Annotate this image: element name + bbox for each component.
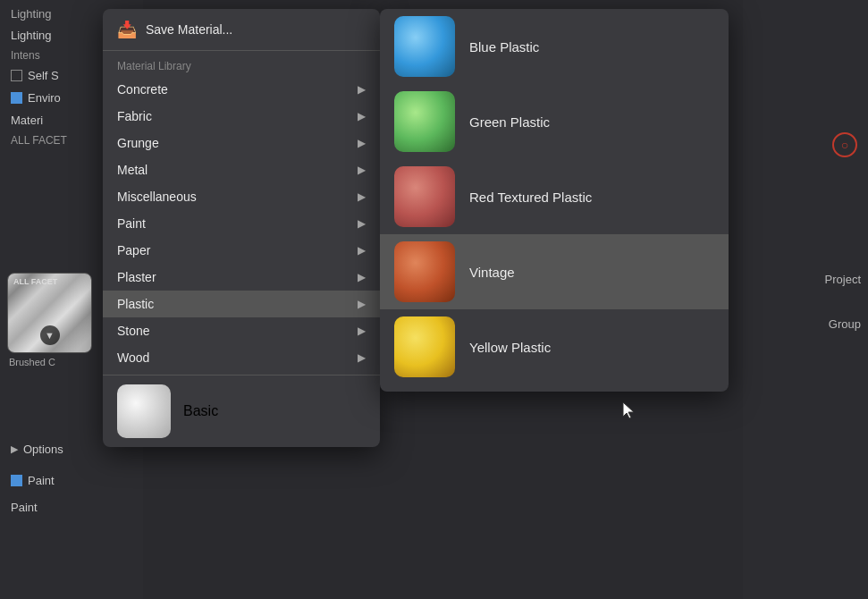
concrete-label: Concrete: [117, 82, 168, 97]
facets-text: ALL FACET: [11, 134, 67, 147]
concrete-arrow: ▶: [358, 83, 366, 96]
paint-arrow: ▶: [358, 217, 366, 230]
brushed-material-swatch[interactable]: ALL FACET ▼: [7, 273, 92, 353]
metal-label: Metal: [117, 163, 147, 177]
swatch-name-label: Brushed C: [9, 357, 105, 367]
material-library-label: Material Library: [103, 51, 380, 76]
paper-arrow: ▶: [358, 244, 366, 257]
plaster-arrow: ▶: [358, 271, 366, 283]
menu-item-fabric[interactable]: Fabric ▶: [103, 103, 380, 130]
paint-menu-label: Paint: [117, 216, 146, 231]
self-shadow-label: Self S: [28, 69, 59, 82]
paint-label: Paint: [28, 474, 55, 487]
plastic-submenu: Blue Plastic Green Plastic Red Textured …: [380, 9, 729, 392]
options-label: Options: [23, 443, 63, 456]
save-material-button[interactable]: 📥 Save Material...: [103, 9, 380, 51]
project-label: Project: [825, 273, 861, 286]
material-library-menu: 📥 Save Material... Material Library Conc…: [103, 9, 380, 447]
menu-item-metal[interactable]: Metal ▶: [103, 156, 380, 183]
wood-arrow: ▶: [358, 351, 366, 364]
fabric-arrow: ▶: [358, 110, 366, 122]
material-swatch-container[interactable]: ALL FACET ▼ Brushed C: [7, 273, 105, 362]
environment-checkbox[interactable]: [11, 92, 22, 104]
intensity-label: Intens: [11, 49, 40, 62]
save-material-label: Save Material...: [146, 22, 232, 37]
submenu-item-blue-plastic[interactable]: Blue Plastic: [380, 9, 729, 84]
all-facets-badge: ALL FACET: [13, 277, 57, 286]
stone-arrow: ▶: [358, 325, 366, 337]
paint-checkbox-row[interactable]: Paint: [0, 469, 65, 492]
menu-item-paper[interactable]: Paper ▶: [103, 237, 380, 264]
grunge-label: Grunge: [117, 136, 159, 150]
stone-label: Stone: [117, 324, 150, 338]
environment-label: Enviro: [28, 91, 61, 105]
yellow-plastic-label: Yellow Plastic: [469, 340, 551, 355]
cursor: [621, 401, 637, 420]
paint-checkbox[interactable]: [11, 475, 22, 486]
save-icon: 📥: [117, 20, 137, 39]
menu-item-concrete[interactable]: Concrete ▶: [103, 76, 380, 103]
wood-label: Wood: [117, 350, 149, 365]
metal-arrow: ▶: [358, 164, 366, 176]
plastic-arrow: ▶: [358, 298, 366, 310]
misc-arrow: ▶: [358, 190, 366, 203]
plaster-label: Plaster: [117, 270, 156, 284]
basic-swatch: [117, 384, 171, 438]
submenu-item-red-plastic[interactable]: Red Textured Plastic: [380, 159, 729, 234]
misc-label: Miscellaneous: [117, 190, 197, 204]
vintage-label: Vintage: [469, 265, 515, 280]
search-icon[interactable]: ○: [832, 132, 857, 157]
paper-label: Paper: [117, 243, 150, 257]
fabric-label: Fabric: [117, 109, 152, 123]
basic-item[interactable]: Basic: [103, 375, 380, 447]
options-triangle[interactable]: ▶: [11, 443, 18, 455]
material-label: Materi: [11, 114, 43, 127]
group-label: Group: [829, 317, 861, 331]
menu-item-stone[interactable]: Stone ▶: [103, 317, 380, 344]
vintage-swatch: [394, 241, 455, 302]
menu-item-paint[interactable]: Paint ▶: [103, 210, 380, 237]
menu-item-miscellaneous[interactable]: Miscellaneous ▶: [103, 183, 380, 210]
menu-item-plaster[interactable]: Plaster ▶: [103, 264, 380, 291]
menu-item-wood[interactable]: Wood ▶: [103, 344, 380, 371]
green-plastic-label: Green Plastic: [469, 114, 550, 130]
submenu-item-green-plastic[interactable]: Green Plastic: [380, 84, 729, 159]
red-plastic-swatch: [394, 166, 455, 227]
green-plastic-swatch: [394, 91, 455, 152]
submenu-item-vintage[interactable]: Vintage: [380, 234, 729, 309]
plastic-label: Plastic: [117, 297, 154, 311]
basic-label: Basic: [183, 403, 218, 419]
grunge-arrow: ▶: [358, 137, 366, 149]
self-shadow-checkbox[interactable]: [11, 70, 22, 81]
swatch-dropdown-button[interactable]: ▼: [40, 325, 60, 345]
submenu-item-yellow-plastic[interactable]: Yellow Plastic: [380, 309, 729, 384]
lighting-label: Lighting: [11, 29, 52, 42]
blue-plastic-label: Blue Plastic: [469, 39, 539, 55]
blue-plastic-swatch: [394, 16, 455, 77]
yellow-plastic-swatch: [394, 316, 455, 377]
paint-sublabel: Paint: [11, 501, 38, 514]
paint-label-row: Paint: [0, 496, 48, 519]
menu-item-plastic[interactable]: Plastic ▶: [103, 291, 380, 317]
menu-item-grunge[interactable]: Grunge ▶: [103, 130, 380, 156]
options-row[interactable]: ▶ Options: [0, 438, 74, 460]
right-panel-bg: [743, 0, 868, 599]
red-plastic-label: Red Textured Plastic: [469, 190, 592, 205]
